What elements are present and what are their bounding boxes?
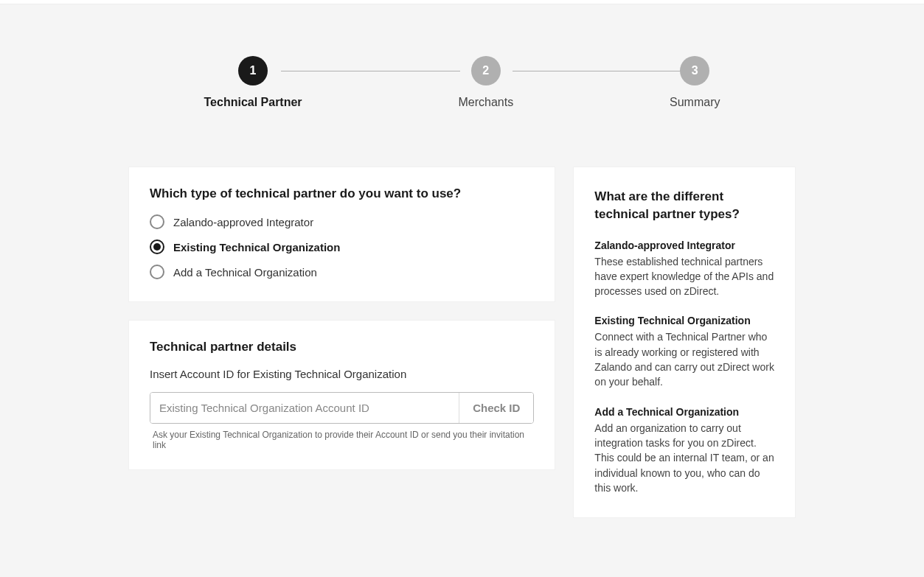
partner-type-question: Which type of technical partner do you w… [150, 186, 534, 201]
radio-icon [150, 214, 164, 229]
right-column: What are the different technical partner… [573, 167, 796, 518]
info-text: These established technical partners hav… [594, 254, 774, 299]
partner-types-info-card: What are the different technical partner… [573, 167, 796, 518]
radio-label: Zalando-approved Integrator [173, 216, 313, 228]
radio-icon [150, 265, 164, 279]
step-label: Technical Partner [204, 96, 302, 109]
info-card-title: What are the different technical partner… [594, 188, 774, 223]
info-text: Add an organization to carry out integra… [594, 421, 774, 495]
step-number: 1 [238, 56, 268, 85]
radio-icon [150, 239, 164, 254]
account-id-input[interactable] [150, 393, 459, 423]
info-text: Connect with a Technical Partner who is … [594, 329, 774, 389]
step-technical-partner[interactable]: 1 Technical Partner [204, 56, 302, 109]
content-area: Which type of technical partner do you w… [128, 167, 796, 518]
stepper: 1 Technical Partner 2 Merchants 3 Summar… [204, 56, 720, 109]
step-merchants[interactable]: 2 Merchants [458, 56, 513, 109]
left-column: Which type of technical partner do you w… [128, 167, 555, 518]
partner-type-card: Which type of technical partner do you w… [128, 167, 555, 302]
check-id-button[interactable]: Check ID [459, 393, 533, 423]
radio-label: Existing Technical Organization [173, 241, 340, 253]
radio-zalando-approved-integrator[interactable]: Zalando-approved Integrator [150, 214, 534, 229]
info-heading: Add a Technical Organization [594, 406, 774, 418]
info-heading: Existing Technical Organization [594, 315, 774, 326]
step-label: Summary [670, 96, 720, 109]
partner-details-title: Technical partner details [150, 340, 534, 354]
info-section: Zalando-approved Integrator These establ… [594, 239, 774, 299]
step-number: 3 [680, 56, 709, 85]
step-label: Merchants [458, 96, 513, 109]
radio-add-technical-organization[interactable]: Add a Technical Organization [150, 265, 534, 279]
info-section: Existing Technical Organization Connect … [594, 315, 774, 389]
step-summary[interactable]: 3 Summary [670, 56, 720, 109]
partner-details-subtitle: Insert Account ID for Existing Technical… [150, 368, 534, 380]
radio-dot-icon [153, 243, 161, 251]
radio-existing-technical-organization[interactable]: Existing Technical Organization [150, 239, 534, 254]
account-id-input-group: Check ID [150, 392, 534, 424]
info-heading: Zalando-approved Integrator [594, 239, 774, 251]
stepper-line [513, 71, 692, 71]
account-id-hint: Ask your Existing Technical Organization… [153, 430, 534, 450]
partner-details-card: Technical partner details Insert Account… [128, 320, 555, 470]
stepper-line [281, 71, 460, 71]
info-section: Add a Technical Organization Add an orga… [594, 406, 774, 495]
page-container: 1 Technical Partner 2 Merchants 3 Summar… [0, 4, 924, 518]
radio-label: Add a Technical Organization [173, 266, 317, 279]
step-number: 2 [471, 56, 501, 85]
